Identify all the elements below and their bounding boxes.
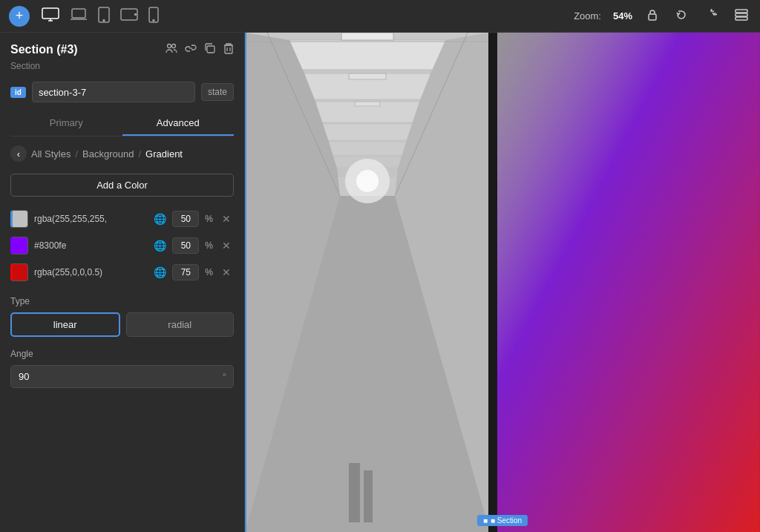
gradient-right (497, 33, 760, 532)
zoom-label: Zoom: (574, 10, 601, 22)
section-badge-label: ■ Section (491, 516, 522, 525)
add-button[interactable]: + (9, 6, 30, 27)
color-row-1: rgba(255,255,255, 🌐 % ✕ (0, 206, 244, 232)
svg-rect-40 (349, 463, 360, 522)
remove-color-3[interactable]: ✕ (219, 265, 234, 280)
globe-icon-2[interactable]: 🌐 (154, 240, 166, 252)
delete-icon[interactable] (223, 43, 234, 56)
svg-rect-34 (341, 33, 393, 40)
corridor-image (246, 33, 488, 532)
breadcrumb-sep-1: / (75, 148, 78, 160)
tablet-landscape-icon[interactable] (120, 8, 138, 24)
angle-input[interactable] (10, 365, 234, 388)
globe-icon-1[interactable]: 🌐 (154, 213, 166, 225)
section-subtitle: Section (0, 59, 244, 79)
breadcrumb-all-styles[interactable]: All Styles (31, 148, 71, 160)
state-button[interactable]: state (201, 83, 234, 101)
svg-rect-26 (329, 142, 406, 155)
breadcrumb-sep-2: / (138, 148, 141, 160)
svg-point-9 (153, 19, 154, 21)
color-value-1[interactable] (172, 211, 199, 227)
remove-color-1[interactable]: ✕ (219, 211, 234, 226)
color-row-3: rgba(255,0,0,0.5) 🌐 % ✕ (0, 259, 244, 286)
type-radial-button[interactable]: radial (126, 312, 235, 337)
device-icons (42, 7, 159, 26)
link-icon[interactable] (185, 43, 197, 56)
svg-point-7 (135, 14, 137, 16)
svg-point-33 (356, 170, 379, 192)
tab-advanced[interactable]: Advanced (122, 111, 235, 136)
svg-rect-18 (225, 45, 232, 53)
type-linear-button[interactable]: linear (10, 312, 120, 337)
redo-button[interactable] (702, 6, 720, 27)
zoom-value: 54% (613, 10, 632, 22)
tab-primary[interactable]: Primary (10, 111, 122, 136)
type-label: Type (10, 296, 234, 306)
section-title: Section (#3) (10, 43, 78, 56)
mobile-icon[interactable] (148, 7, 159, 26)
remove-color-2[interactable]: ✕ (219, 238, 234, 253)
duplicate-icon[interactable] (204, 43, 216, 56)
breadcrumb-background[interactable]: Background (82, 148, 134, 160)
color-value-3[interactable] (172, 264, 199, 280)
svg-rect-11 (736, 10, 747, 13)
toolbar-left: + (9, 6, 159, 27)
svg-rect-36 (355, 102, 380, 106)
breadcrumb-back-button[interactable]: ‹ (10, 145, 27, 162)
svg-rect-17 (207, 46, 214, 53)
section-header: Section (#3) (0, 33, 244, 59)
desktop-icon[interactable] (42, 7, 59, 25)
color-swatch-3[interactable] (10, 263, 28, 281)
breadcrumb: ‹ All Styles / Background / Gradient (0, 137, 244, 168)
svg-rect-41 (364, 470, 373, 522)
toolbar-right: Zoom: 54% (574, 6, 751, 27)
undo-button[interactable] (672, 6, 690, 27)
id-input[interactable] (32, 82, 195, 102)
svg-rect-0 (42, 8, 59, 19)
percent-2: % (205, 240, 213, 251)
main-area: Section (#3) (0, 33, 760, 532)
people-icon[interactable] (166, 43, 177, 56)
color-swatch-1[interactable] (10, 210, 28, 228)
canvas-area[interactable]: ■ ■ Section (245, 33, 760, 532)
svg-rect-10 (649, 14, 656, 20)
top-toolbar: + (0, 0, 760, 33)
section-header-icons (166, 43, 234, 56)
globe-icon-3[interactable]: 🌐 (154, 266, 166, 278)
angle-input-row: ° (10, 365, 234, 388)
percent-1: % (205, 214, 213, 224)
svg-point-5 (103, 19, 105, 21)
add-color-button[interactable]: Add a Color (10, 174, 234, 197)
plus-icon: + (16, 8, 24, 24)
svg-rect-25 (323, 124, 412, 140)
left-panel: Section (#3) (0, 33, 245, 532)
color-label-1: rgba(255,255,255, (34, 214, 148, 224)
breadcrumb-gradient[interactable]: Gradient (145, 148, 183, 160)
section-badge: ■ ■ Section (477, 515, 528, 526)
lock-button[interactable] (644, 6, 661, 27)
laptop-icon[interactable] (70, 7, 88, 25)
angle-section: Angle ° (0, 343, 244, 398)
svg-rect-3 (72, 9, 85, 18)
id-badge: id (10, 87, 26, 98)
svg-point-15 (172, 45, 176, 48)
type-toggle: linear radial (10, 312, 234, 337)
color-value-2[interactable] (172, 237, 199, 254)
svg-rect-22 (289, 40, 445, 70)
tab-row: Primary Advanced (10, 111, 234, 137)
svg-point-14 (168, 45, 171, 48)
color-label-2: #8300fe (34, 240, 148, 251)
section-badge-icon: ■ (483, 516, 488, 525)
id-row: id state (0, 79, 244, 111)
svg-rect-35 (349, 73, 386, 79)
color-row-2: #8300fe 🌐 % ✕ (0, 232, 244, 259)
percent-3: % (205, 267, 213, 278)
color-label-3: rgba(255,0,0,0.5) (34, 267, 148, 278)
angle-label: Angle (10, 349, 234, 359)
tablet-portrait-icon[interactable] (98, 7, 110, 26)
svg-rect-13 (736, 17, 747, 20)
svg-rect-12 (736, 13, 747, 16)
angle-unit: ° (223, 371, 226, 382)
color-swatch-2[interactable] (10, 237, 28, 254)
layers-button[interactable] (732, 6, 751, 27)
